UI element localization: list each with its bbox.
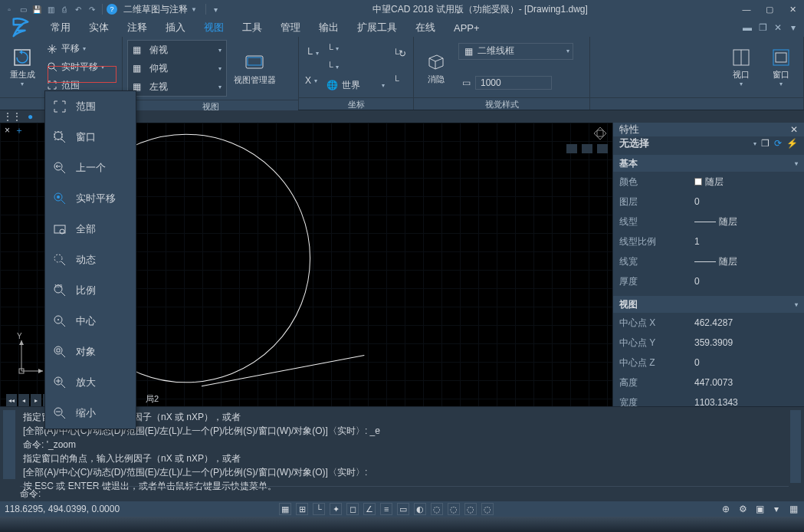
realtime-pan-button[interactable]: 实时平移 ▾ xyxy=(44,58,106,75)
status-right-4[interactable]: ▾ xyxy=(770,503,783,515)
tab-app[interactable]: APP+ xyxy=(445,18,489,37)
minimize-button[interactable]: — xyxy=(738,3,755,15)
props-close-icon[interactable]: ✕ xyxy=(790,124,798,135)
tab-ext[interactable]: 扩展工具 xyxy=(348,18,406,37)
props-quick-icon-1[interactable]: ❐ xyxy=(761,138,770,149)
t4-toggle[interactable]: ◌ xyxy=(481,503,494,515)
doc-close-icon[interactable]: ✕ xyxy=(772,21,784,34)
prop-row[interactable]: 中心点 X462.4287 xyxy=(613,313,804,333)
doc-minimize-icon[interactable]: ▬ xyxy=(741,21,753,34)
svg-line-44 xyxy=(61,415,65,419)
doc-restore-icon[interactable]: ❐ xyxy=(756,21,769,34)
maximize-button[interactable]: ▢ xyxy=(761,3,778,15)
status-right-1[interactable]: ⊕ xyxy=(720,503,732,515)
tab-online[interactable]: 在线 xyxy=(406,18,445,37)
view-preset-list[interactable]: ▦俯视▾ ▦仰视▾ ▦左视▾ xyxy=(127,40,227,97)
prop-row[interactable]: 中心点 Y359.3909 xyxy=(613,333,804,353)
props-quick-icon-3[interactable]: ⚡ xyxy=(786,138,798,149)
close-button[interactable]: ✕ xyxy=(784,3,801,15)
cycle-toggle[interactable]: ◐ xyxy=(414,503,426,515)
prop-row[interactable]: 高度447.0073 xyxy=(613,373,804,392)
props-group-view[interactable]: 视图▾ xyxy=(613,296,804,313)
chevron-down-icon[interactable]: ▾ xyxy=(753,140,756,147)
doc-bar-handle[interactable]: ⋮⋮ xyxy=(0,111,25,122)
qat-customize-icon[interactable]: ▾ xyxy=(210,3,222,15)
dyn-toggle[interactable]: ▭ xyxy=(397,503,409,515)
tab-output[interactable]: 输出 xyxy=(310,18,348,37)
cmdline-scrollbar[interactable] xyxy=(790,410,801,483)
osnap-toggle[interactable]: ◻ xyxy=(346,503,359,515)
app-logo[interactable] xyxy=(0,18,41,37)
zoom-dd-item-object[interactable]: 对象 xyxy=(45,337,136,367)
t2-toggle[interactable]: ◌ xyxy=(448,503,460,515)
chevron-down-icon[interactable]: ▾ xyxy=(787,21,799,34)
ortho-toggle[interactable]: └ xyxy=(313,503,325,515)
lwt-toggle[interactable]: ≡ xyxy=(380,503,392,515)
thickness-input[interactable]: ▭ 1000 xyxy=(458,74,573,91)
workspace-dropdown[interactable]: 二维草图与注释 ▼ xyxy=(123,3,197,16)
view-manager-button[interactable]: 视图管理器 xyxy=(231,40,277,97)
zoom-dd-item-center[interactable]: 中心 xyxy=(45,306,136,337)
polar-toggle[interactable]: ✦ xyxy=(330,503,342,515)
snap-toggle[interactable]: ▦ xyxy=(279,503,291,515)
tab-solid[interactable]: 实体 xyxy=(80,18,118,37)
cmdline-handle[interactable] xyxy=(3,410,15,479)
wireframe-dropdown[interactable]: ▦ 二维线框 ▾ xyxy=(458,43,573,60)
prop-row[interactable]: 中心点 Z0 xyxy=(613,353,804,373)
status-toggles: ▦ ⊞ └ ✦ ◻ ∠ ≡ ▭ ◐ ◌ ◌ ◌ ◌ xyxy=(279,503,494,515)
ucs-icon-5[interactable]: └ xyxy=(391,72,409,89)
props-selection[interactable]: 无选择 xyxy=(619,136,749,150)
help-icon[interactable]: ? xyxy=(107,4,117,15)
qat-open-icon[interactable]: ▭ xyxy=(17,3,29,15)
status-right-2[interactable]: ⚙ xyxy=(737,503,749,515)
ucs-icon-2[interactable]: └▾ xyxy=(325,41,386,57)
prop-row[interactable]: 图层0 xyxy=(613,192,804,212)
otrack-toggle[interactable]: ∠ xyxy=(363,503,376,515)
prop-row[interactable]: 厚度0 xyxy=(613,271,804,291)
status-right-5[interactable]: ▦ xyxy=(787,503,799,515)
regen-button[interactable]: 重生成 ▾ xyxy=(5,40,40,94)
ucs-icon-3[interactable]: └▾ xyxy=(325,58,386,75)
qat-print-icon[interactable]: ⎙ xyxy=(58,3,71,15)
zoom-dd-item-scale[interactable]: 100比例 xyxy=(45,275,136,306)
zoom-dd-item-all[interactable]: 全部 xyxy=(45,214,136,245)
qat-redo-icon[interactable]: ↷ xyxy=(86,3,98,15)
prop-row[interactable]: 线型比例1 xyxy=(613,232,804,251)
zoom-dd-item-in[interactable]: 放大 xyxy=(45,367,136,398)
zoom-dd-item-window[interactable]: 窗口 xyxy=(45,122,136,153)
tab-tools[interactable]: 工具 xyxy=(233,18,271,37)
tab-view[interactable]: 视图 xyxy=(195,18,233,37)
tab-annotate[interactable]: 注释 xyxy=(118,18,156,37)
qat-undo-icon[interactable]: ↶ xyxy=(72,3,84,15)
qat-new-icon[interactable]: ▫ xyxy=(3,3,15,15)
qat-save-icon[interactable]: 💾 xyxy=(31,3,43,15)
prop-row[interactable]: 颜色随层 xyxy=(613,172,804,192)
qat-saveas-icon[interactable]: ▥ xyxy=(44,3,57,15)
prop-row[interactable]: 线型随层 xyxy=(613,212,804,232)
hide-button[interactable]: 消隐 xyxy=(418,40,454,94)
ucs-world-dropdown[interactable]: 🌐 世界 ▾ xyxy=(325,77,386,94)
ucs-icon-4[interactable]: └↻ xyxy=(391,45,409,62)
tab-insert[interactable]: 插入 xyxy=(156,18,195,37)
zoom-dd-item-extent[interactable]: 范围 xyxy=(45,91,136,122)
props-quick-icon-2[interactable]: ⟳ xyxy=(774,138,782,149)
t1-toggle[interactable]: ◌ xyxy=(431,503,443,515)
t3-toggle[interactable]: ◌ xyxy=(464,503,477,515)
status-right-3[interactable]: ▣ xyxy=(753,503,766,515)
tab-manage[interactable]: 管理 xyxy=(271,18,310,37)
layout-tab[interactable]: 局2 xyxy=(138,392,166,406)
viewport-button[interactable]: 视口 ▾ xyxy=(724,40,759,94)
pan-button[interactable]: 平移 ▾ xyxy=(44,41,106,57)
command-input[interactable] xyxy=(44,488,789,499)
zoom-dd-item-rtpan[interactable]: 实时平移 xyxy=(45,183,136,214)
ucs-x-button[interactable]: X▾ xyxy=(304,72,320,89)
zoom-dd-item-prev[interactable]: 上一个 xyxy=(45,153,136,183)
tab-common[interactable]: 常用 xyxy=(41,18,80,37)
prop-row[interactable]: 线宽随层 xyxy=(613,251,804,271)
grid-toggle[interactable]: ⊞ xyxy=(296,503,308,515)
window-button[interactable]: 窗口 ▾ xyxy=(763,40,799,94)
ucs-icon-1[interactable]: └▾ xyxy=(304,45,320,62)
zoom-dd-item-dyn[interactable]: 动态 xyxy=(45,245,136,275)
props-group-basic[interactable]: 基本▾ xyxy=(613,155,804,172)
zoom-dd-item-out[interactable]: 缩小 xyxy=(45,398,136,429)
